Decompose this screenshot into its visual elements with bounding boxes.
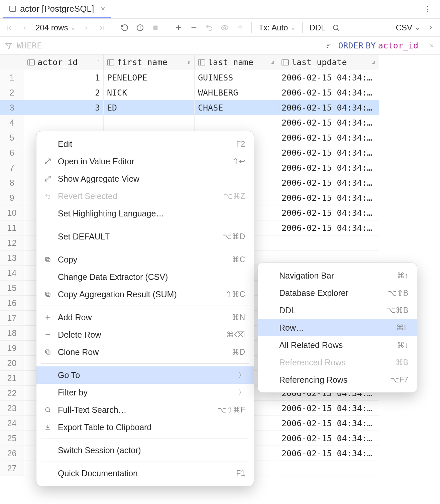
tab-overflow-icon[interactable]: ⋮ [419,5,437,14]
row-number[interactable]: 5 [0,130,24,145]
row-number[interactable]: 25 [0,431,24,446]
row-number[interactable]: 2 [0,85,24,100]
menu-item[interactable]: Export Table to Clipboard [36,418,254,436]
submenu-item[interactable]: Navigation Bar ⌘↑ [258,267,417,284]
menu-item[interactable]: Full-Text Search… ⌥⇧⌘F [36,401,254,418]
row-number[interactable]: 23 [0,401,24,416]
cell-last_update[interactable]: 2006-02-15 04:34:… [278,401,379,416]
sort-indicator-icon[interactable]: ⇵ [188,59,191,65]
cell-actor_id[interactable] [24,115,104,130]
remove-row-icon[interactable] [187,21,201,34]
menu-item[interactable]: Copy Aggregation Result (SUM) ⇧⌘C [36,286,254,303]
cell-last_update[interactable]: 2006-02-15 04:34:… [278,115,379,130]
cell-last_update[interactable]: 2006-02-15 04:34:… [278,446,379,461]
menu-item[interactable]: Filter by 〉 [36,384,254,401]
row-number[interactable]: 8 [0,175,24,190]
column-header-actor_id[interactable]: actor_id ˄ [24,55,104,70]
row-count-dropdown[interactable]: 204 rows ⌄ [33,23,78,32]
cell-last_name[interactable]: CHASE [195,100,278,115]
cell-last_update[interactable]: 2006-02-15 04:34:… [278,220,379,235]
cell-first_name[interactable]: ED [104,100,195,115]
row-number[interactable]: 4 [0,115,24,130]
revert-icon[interactable] [203,21,216,34]
row-number[interactable]: 13 [0,250,24,266]
row-number[interactable]: 10 [0,205,24,220]
row-number[interactable]: 1 [0,70,24,85]
cell-last_update[interactable]: 2006-02-15 04:34:… [278,130,379,145]
menu-item[interactable]: Set Highlighting Language… [36,205,254,222]
cell-actor_id[interactable]: 3 [24,100,104,115]
cell-last_name[interactable] [195,115,278,130]
cell-last_name[interactable]: GUINESS [195,70,278,85]
cell-first_name[interactable]: PENELOPE [104,70,195,85]
row-number[interactable]: 24 [0,416,24,431]
cell-first_name[interactable] [104,115,195,130]
sort-indicator-icon[interactable]: ˄ [97,59,100,65]
sort-indicator-icon[interactable]: ⇵ [271,59,274,65]
reload-icon[interactable] [118,21,131,34]
row-number[interactable]: 14 [0,266,24,281]
cell-last_update[interactable]: 2006-02-15 04:34:… [278,416,379,431]
cell-actor_id[interactable]: 2 [24,85,104,100]
cell-last_update[interactable]: 2006-02-15 04:34:… [278,175,379,190]
row-number[interactable]: 19 [0,341,24,356]
pending-icon[interactable] [133,21,147,34]
row-number[interactable]: 7 [0,160,24,175]
row-number[interactable]: 12 [0,235,24,250]
menu-item[interactable]: Add Row ⌘N [36,309,254,326]
add-row-icon[interactable] [172,21,185,34]
row-number[interactable]: 3 [0,100,24,115]
menu-item[interactable]: Set DEFAULT ⌥⌘D [36,228,254,245]
tx-mode-dropdown[interactable]: Tx: Auto ⌄ [256,23,298,32]
where-filter-input[interactable]: WHERE [0,41,319,50]
clear-order-icon[interactable]: × [430,41,434,50]
cell-last_update[interactable] [278,461,379,476]
cell-last_update[interactable]: 2006-02-15 04:34:… [278,160,379,175]
cell-last_update[interactable] [278,235,379,250]
cell-last_update[interactable]: 2006-02-15 04:34:… [278,145,379,160]
stop-icon[interactable] [149,21,162,34]
column-header-last_update[interactable]: last_update ⇵ [278,55,379,70]
cell-last_update[interactable]: 2006-02-15 04:34:… [278,100,379,115]
row-number[interactable]: 11 [0,220,24,235]
next-page-icon[interactable] [80,21,93,34]
row-number[interactable]: 6 [0,145,24,160]
menu-item[interactable]: Clone Row ⌘D [36,343,254,361]
menu-item[interactable]: Show Aggregate View [36,170,254,187]
cell-last_update[interactable]: 2006-02-15 04:34:… [278,205,379,220]
row-number[interactable]: 21 [0,371,24,386]
submenu-item[interactable]: DDL ⌥⌘B [258,302,417,319]
menu-item[interactable]: Change Data Extractor (CSV) [36,268,254,286]
submit-icon[interactable] [233,21,247,34]
close-tab-icon[interactable]: × [101,4,105,13]
ddl-button[interactable]: DDL [307,23,327,32]
cell-last_update[interactable]: 2006-02-15 04:34:… [278,190,379,205]
menu-item[interactable]: Edit F2 [36,135,254,153]
submenu-item[interactable]: All Related Rows ⌘↓ [258,336,417,354]
row-number[interactable]: 18 [0,326,24,341]
menu-item[interactable]: Quick Documentation F1 [36,465,254,482]
row-number[interactable]: 26 [0,446,24,461]
menu-item[interactable]: Switch Session (actor) [36,442,254,459]
goto-submenu[interactable]: Navigation Bar ⌘↑ Database Explorer ⌥⇧B … [257,263,417,393]
row-number[interactable]: 27 [0,461,24,476]
order-by-display[interactable]: ORDER BY actor_id × [319,41,440,50]
prev-page-icon[interactable] [18,21,31,34]
menu-item[interactable]: Open in Value Editor ⇧↩ [36,153,254,170]
search-icon[interactable] [329,21,343,34]
row-number[interactable]: 16 [0,296,24,311]
overflow-chevron-icon[interactable] [424,21,437,34]
cell-last_update[interactable]: 2006-02-15 04:34:… [278,85,379,100]
column-header-last_name[interactable]: last_name ⇵ [195,55,278,70]
menu-item[interactable]: Delete Row ⌘⌫ [36,326,254,343]
context-menu[interactable]: Edit F2 Open in Value Editor ⇧↩ Show Agg… [36,131,254,486]
sort-indicator-icon[interactable]: ⇵ [372,59,375,65]
row-number[interactable]: 17 [0,311,24,326]
cell-last_update[interactable]: 2006-02-15 04:34:… [278,70,379,85]
row-number[interactable]: 22 [0,386,24,401]
preview-dml-icon[interactable] [218,21,231,34]
cell-last_update[interactable]: 2006-02-15 04:34:… [278,431,379,446]
row-number[interactable]: 9 [0,190,24,205]
cell-first_name[interactable]: NICK [104,85,195,100]
extractor-dropdown[interactable]: CSV ⌄ [394,23,422,32]
